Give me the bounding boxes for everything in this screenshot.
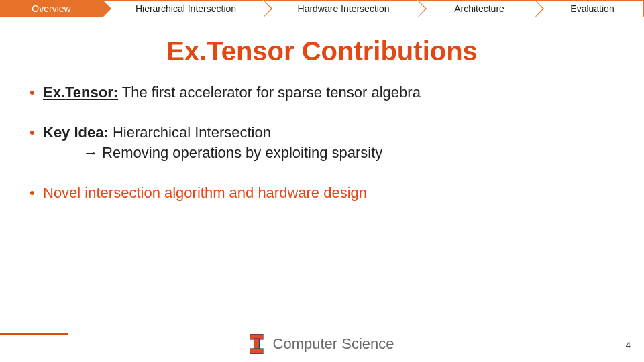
bullet-list: Ex.Tensor: The first accelerator for spa… [0,84,644,202]
svg-rect-2 [250,349,264,354]
bullet-1-text: The first accelerator for sparse tensor … [118,84,421,101]
footer-dept-text: Computer Science [273,335,394,353]
bullet-3-text: Novel intersection algorithm and hardwar… [43,184,367,201]
nav-item-evaluation[interactable]: Evaluation [535,0,644,17]
breadcrumb-nav: Overview Hierarchical Intersection Hardw… [0,0,644,17]
footer-accent-line [0,333,68,335]
nav-item-overview[interactable]: Overview [0,0,102,17]
bullet-2-sub-text: Removing operations by exploiting sparsi… [98,144,382,161]
bullet-1-prefix: Ex.Tensor: [43,84,118,101]
bullet-1: Ex.Tensor: The first accelerator for spa… [30,84,617,101]
nav-item-hardware-intersection[interactable]: Hardware Intersection [263,0,417,17]
svg-rect-1 [254,339,260,349]
bullet-2-sub: → Removing operations by exploiting spar… [43,144,617,162]
nav-item-architecture[interactable]: Architecture [417,0,535,17]
arrow-right-icon: → [83,144,98,161]
nav-item-hierarchical-intersection[interactable]: Hierarchical Intersection [102,0,263,17]
footer: Computer Science 4 [0,327,644,354]
footer-logo: Computer Science [250,334,394,354]
bullet-3: Novel intersection algorithm and hardwar… [30,184,617,202]
bullet-2-prefix: Key Idea: [43,124,113,141]
page-number: 4 [626,340,631,350]
bullet-2-text: Hierarchical Intersection [113,124,271,141]
illinois-i-icon [250,334,264,354]
bullet-2: Key Idea: Hierarchical Intersection → Re… [30,124,617,162]
slide-title: Ex.Tensor Contributions [0,36,644,66]
